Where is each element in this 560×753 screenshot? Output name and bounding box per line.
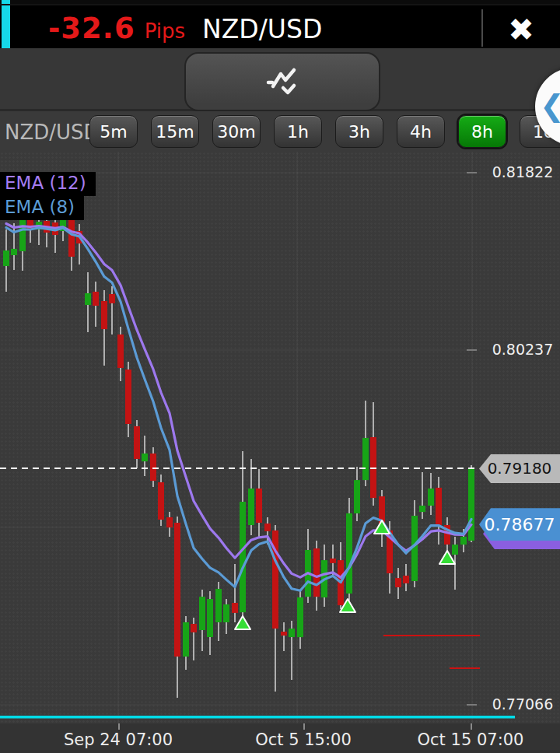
header-symbol: NZD/USD <box>202 14 322 44</box>
candle-body <box>117 334 124 368</box>
candle-body <box>330 559 336 563</box>
close-icon: ✖ <box>508 12 534 47</box>
trading-app-window: -32.6 Pips NZD/USD ✖ NZD/USD 5m15m30m1h3… <box>0 0 560 753</box>
candle-body <box>289 629 295 637</box>
candle-body <box>452 545 458 555</box>
timeframe-5m[interactable]: 5m <box>89 115 138 148</box>
toolbar <box>0 48 560 111</box>
candle-body <box>158 482 164 520</box>
candle-body <box>264 524 271 531</box>
header-accent-bar <box>2 0 10 48</box>
timeframe-1h[interactable]: 1h <box>274 115 322 148</box>
time-axis: Sep 24 07:00Oct 5 15:00Oct 15 07:00 <box>0 723 560 753</box>
candle-body <box>419 506 425 512</box>
candle-body <box>142 454 148 461</box>
time-tick <box>303 723 305 730</box>
candle-body <box>215 589 222 622</box>
timeframe-8h[interactable]: 8h <box>458 115 506 148</box>
ema12-legend: EMA (12) <box>0 172 96 196</box>
timeframe-bar: NZD/USD 5m15m30m1h3h4h8h1d <box>0 114 560 152</box>
candle-body <box>101 301 107 329</box>
candle-body <box>281 632 287 636</box>
candle-body <box>232 603 238 613</box>
candle-body <box>460 537 467 545</box>
chart-canvas <box>0 152 560 723</box>
line-chart-icon <box>262 66 303 97</box>
candle-body <box>150 454 156 481</box>
level-price-tag: 0.79180 <box>479 454 560 483</box>
close-button[interactable]: ✖ <box>496 11 546 48</box>
candle-body <box>109 294 115 303</box>
candle-body <box>354 480 360 513</box>
candle-body <box>256 489 262 523</box>
cyan-baseline <box>0 716 515 719</box>
ema-line-12 <box>6 224 471 578</box>
candle-body <box>436 488 442 525</box>
candle-body <box>11 249 17 255</box>
price-axis-label: 0.81822 <box>487 163 558 180</box>
candle-body <box>223 604 229 622</box>
candle-body <box>85 293 91 305</box>
timeframe-symbol-label: NZD/USD <box>5 121 100 144</box>
candle-body <box>93 292 99 306</box>
chevron-left-icon: ❮ <box>540 89 560 123</box>
candle-body <box>3 250 9 266</box>
timeframe-buttons: 5m15m30m1h3h4h8h1d <box>89 115 560 148</box>
candle-body <box>134 426 140 459</box>
candle-body <box>199 597 205 630</box>
buy-marker-triangle-icon <box>235 616 250 629</box>
candle-body <box>166 517 173 527</box>
candle-body <box>313 548 320 597</box>
timeframe-15m[interactable]: 15m <box>151 115 199 148</box>
chart-type-button[interactable] <box>184 52 380 111</box>
candle-body <box>248 489 254 525</box>
header-divider <box>481 9 483 47</box>
time-tick <box>471 723 472 730</box>
candle-body <box>207 599 213 637</box>
time-axis-label: Oct 5 15:00 <box>255 730 352 749</box>
timeframe-30m[interactable]: 30m <box>212 115 261 148</box>
ema8-legend: EMA (8) <box>0 196 84 220</box>
candle-body <box>125 369 131 424</box>
current-price-tag: 0.78677 <box>479 508 560 541</box>
pips-unit-label: Pips <box>145 19 185 43</box>
candle-body <box>19 219 26 251</box>
candle-body <box>191 624 197 632</box>
candle-body <box>240 502 246 612</box>
candle-body <box>174 523 180 657</box>
position-summary: -32.6 Pips NZD/USD <box>48 5 322 48</box>
time-axis-label: Sep 24 07:00 <box>64 730 173 749</box>
candle-body <box>395 578 401 587</box>
timeframe-3h[interactable]: 3h <box>335 115 383 148</box>
price-chart[interactable]: EMA (12) EMA (8) 0.79180 0.78677 0.81822… <box>0 152 560 723</box>
candle-body <box>428 489 434 506</box>
time-axis-label: Oct 15 07:00 <box>418 730 524 749</box>
ema-line-8 <box>6 228 471 591</box>
candle-body <box>403 576 409 583</box>
candle-body <box>68 216 75 257</box>
timeframe-4h[interactable]: 4h <box>397 115 445 148</box>
candle-body <box>468 468 474 541</box>
candle-body <box>297 597 303 637</box>
candle-body <box>362 438 369 480</box>
price-axis-label: 0.77066 <box>487 695 558 713</box>
time-tick <box>118 723 120 730</box>
pips-value: -32.6 <box>48 12 135 45</box>
price-axis-label: 0.80237 <box>487 341 558 358</box>
candle-body <box>183 622 189 657</box>
candle-body <box>346 513 352 594</box>
